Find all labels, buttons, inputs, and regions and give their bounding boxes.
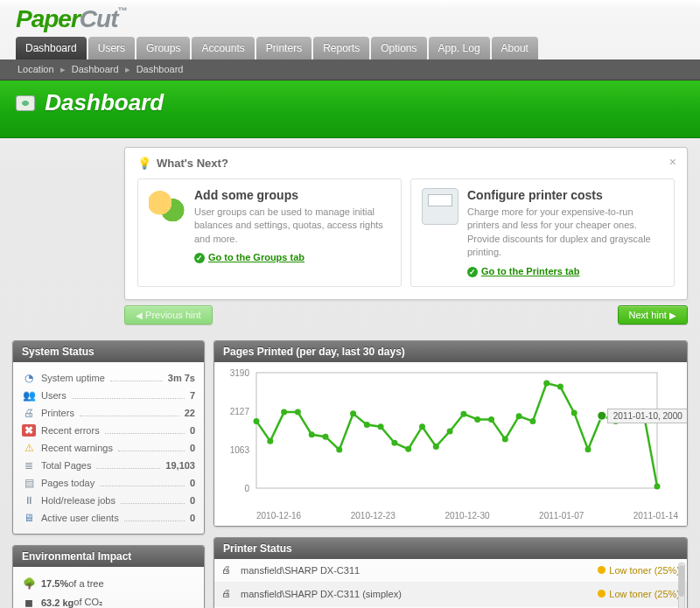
- svg-point-15: [447, 428, 453, 434]
- svg-point-16: [460, 410, 466, 416]
- tree-icon: 🌳: [22, 577, 36, 590]
- stat-value: 7: [190, 390, 195, 401]
- svg-point-12: [405, 445, 411, 451]
- svg-point-1: [254, 417, 260, 423]
- today-icon: ▤: [22, 477, 36, 489]
- users-icon: 👥: [22, 389, 36, 402]
- system-status-list: ◔System uptime3m 7s👥Users7🖨Printers22✖Re…: [22, 369, 195, 527]
- svg-point-18: [488, 416, 494, 422]
- stat-row: 👥Users7: [22, 387, 195, 404]
- panel-title: Pages Printed (per day, last 30 days): [214, 341, 687, 362]
- env-value: 63.2 kg: [41, 598, 74, 608]
- env-row: 🌳17.5% of a tree: [22, 574, 195, 593]
- hint-nav: ◀ Previous hint Next hint ▶: [124, 305, 688, 325]
- breadcrumb: Location ▸ Dashboard ▸ Dashboard: [0, 59, 700, 80]
- svg-point-14: [433, 443, 439, 449]
- stat-row: ✖Recent errors0: [22, 422, 195, 439]
- tab-about[interactable]: About: [492, 37, 538, 59]
- panel-title: System Status: [13, 341, 204, 362]
- stat-value: 0: [190, 443, 195, 453]
- page-title: Dashboard: [45, 89, 164, 116]
- x-tick: 2011-01-14: [634, 511, 678, 521]
- stat-row: 🖨Printers22: [22, 404, 195, 422]
- breadcrumb-item-0[interactable]: Dashboard: [72, 64, 119, 74]
- env-row: ◼63.2 kg of CO₂: [22, 593, 195, 608]
- x-tick: 2010-12-16: [256, 511, 301, 521]
- hint-body: User groups can be used to manage initia…: [194, 206, 390, 246]
- tab-reports[interactable]: Reports: [313, 37, 369, 59]
- tab-accounts[interactable]: Accounts: [192, 37, 254, 59]
- hint-title: Configure printer costs: [467, 188, 663, 202]
- tab-dashboard[interactable]: Dashboard: [16, 37, 87, 59]
- hold-icon: ⏸: [22, 494, 36, 507]
- svg-point-10: [378, 423, 384, 430]
- svg-point-2: [267, 437, 273, 444]
- status-dot-icon: [598, 566, 606, 574]
- tab-printers[interactable]: Printers: [256, 37, 312, 59]
- chart-x-axis: 2010-12-162010-12-232010-12-302011-01-07…: [256, 511, 678, 521]
- svg-point-5: [309, 431, 315, 437]
- svg-rect-0: [256, 373, 657, 488]
- y-tick: 2127: [230, 406, 249, 416]
- svg-point-31: [598, 411, 606, 420]
- env-value: 17.5%: [41, 578, 68, 589]
- system-status-panel: System Status ◔System uptime3m 7s👥Users7…: [12, 340, 205, 535]
- svg-point-8: [350, 410, 356, 416]
- printer-status: Low toner (25%): [598, 589, 680, 599]
- lightbulb-icon: 💡: [137, 157, 151, 170]
- stat-label: Recent warnings: [41, 443, 113, 453]
- svg-point-4: [295, 409, 301, 415]
- tab-groups[interactable]: Groups: [136, 37, 190, 59]
- stat-value: 19,103: [165, 460, 195, 471]
- app-logo: PaperCut™: [0, 0, 700, 33]
- hint-body: Charge more for your expensive-to-run pr…: [467, 206, 663, 260]
- warn-icon: ⚠: [22, 442, 36, 454]
- svg-point-6: [323, 433, 329, 439]
- previous-hint-button[interactable]: ◀ Previous hint: [124, 305, 213, 325]
- hint-title: Add some groups: [194, 188, 390, 202]
- hint-card-groups: Add some groups User groups can be used …: [137, 178, 402, 287]
- scrollbar[interactable]: [678, 563, 685, 608]
- svg-point-19: [502, 436, 508, 442]
- panel-title: Printer Status: [214, 538, 687, 559]
- printer-row[interactable]: 🖨mansfield\SHARP DX-C311Low toner (25%): [214, 559, 687, 583]
- scroll-thumb[interactable]: [679, 565, 684, 597]
- stat-label: Recent errors: [41, 425, 100, 436]
- stat-row: ⏸Hold/release jobs0: [22, 492, 195, 509]
- tab-users[interactable]: Users: [88, 37, 135, 59]
- err-icon: ✖: [22, 424, 36, 437]
- stat-label: Hold/release jobs: [41, 495, 116, 506]
- tab-options[interactable]: Options: [371, 37, 426, 59]
- printer-row[interactable]: 🖨mansfield\SHARP DX-C311 (simplex)Low to…: [214, 583, 687, 606]
- logo-tm: ™: [117, 5, 126, 16]
- svg-point-13: [419, 423, 425, 430]
- stat-row: ▤Pages today0: [22, 474, 195, 492]
- tab-app-log[interactable]: App. Log: [429, 37, 490, 59]
- svg-point-30: [654, 483, 661, 489]
- chart-svg: [223, 369, 661, 490]
- stat-label: Total Pages: [41, 460, 91, 471]
- next-hint-button[interactable]: Next hint ▶: [618, 305, 688, 325]
- stat-row: ⚠Recent warnings0: [22, 439, 195, 457]
- chart-tooltip: 2011-01-10, 2000: [607, 409, 688, 423]
- panel-title: Environmental Impact: [13, 546, 204, 567]
- close-icon[interactable]: ×: [669, 155, 676, 169]
- svg-point-7: [336, 446, 342, 452]
- svg-point-21: [529, 417, 536, 423]
- env-label: of a tree: [68, 578, 103, 589]
- check-icon: ✓: [194, 253, 205, 263]
- go-to-printers-link[interactable]: ✓Go to the Printers tab: [467, 266, 579, 276]
- clock-icon: ◔: [22, 372, 36, 384]
- logo-part2: Cut: [80, 5, 118, 32]
- pages-printed-chart: 0106321273190 2011-01-10, 2000: [223, 369, 678, 507]
- go-to-groups-link[interactable]: ✓Go to the Groups tab: [194, 252, 304, 262]
- printer-name: mansfield\SHARP DX-C311: [241, 565, 598, 576]
- stat-value: 0: [190, 478, 195, 488]
- stat-value: 0: [190, 425, 195, 436]
- printer-name: mansfield\SHARP DX-C311 (simplex): [241, 589, 598, 599]
- svg-point-25: [585, 446, 592, 452]
- main-tabs: DashboardUsersGroupsAccountsPrintersRepo…: [0, 33, 700, 59]
- breadcrumb-item-1[interactable]: Dashboard: [136, 64, 184, 74]
- printer-icon: 🖨: [22, 407, 36, 419]
- y-tick: 3190: [230, 367, 249, 377]
